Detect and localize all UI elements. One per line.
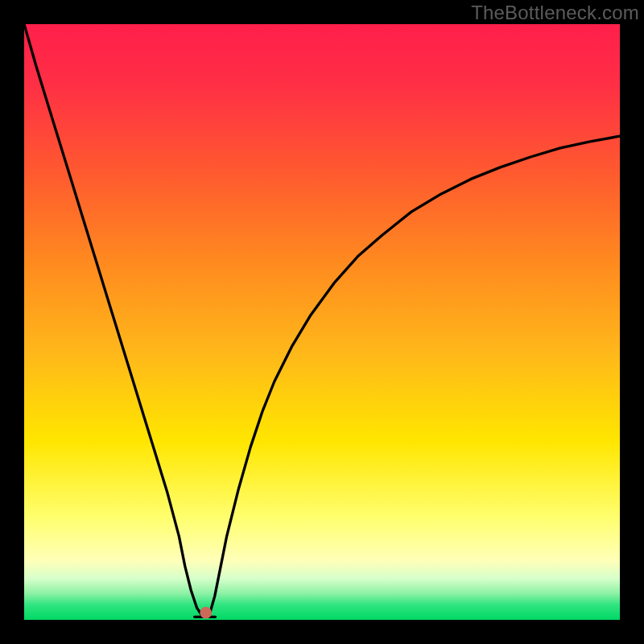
bottleneck-chart <box>24 24 620 620</box>
chart-frame <box>24 24 620 620</box>
attribution-text: TheBottleneck.com <box>471 2 639 24</box>
minimum-marker <box>200 607 212 619</box>
